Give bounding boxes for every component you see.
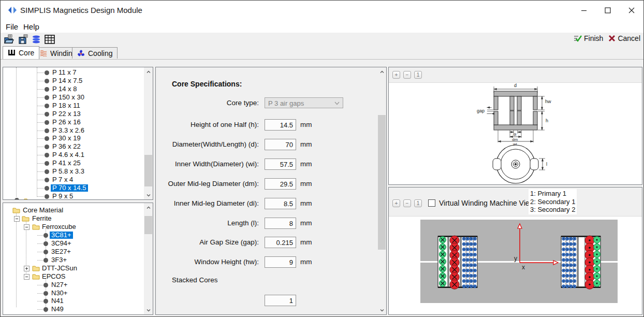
tree-item[interactable]: P 22 x 13 [3, 110, 153, 118]
scroll-down-button[interactable] [144, 306, 153, 314]
layers-icon[interactable] [31, 34, 42, 45]
spec-field-input[interactable]: 57.5 [265, 159, 296, 170]
tree-item[interactable]: Ferrite [3, 214, 153, 223]
specs-scrollbar[interactable] [377, 67, 386, 314]
folder-icon [32, 223, 40, 230]
spec-field-unit: mm [300, 258, 312, 266]
tree-item[interactable]: 3F3+ [3, 256, 153, 264]
spec-field-input[interactable]: 70 [265, 139, 296, 150]
cancel-button[interactable]: Cancel [608, 34, 640, 42]
tab-core[interactable]: Core [3, 46, 39, 59]
scroll-thumb[interactable] [378, 115, 386, 250]
svg-text:h: h [546, 118, 548, 123]
tree-item[interactable]: P 14 x 7.5 [3, 77, 153, 85]
spec-field-input[interactable]: 9 [265, 256, 296, 268]
tree-item[interactable]: N41 [3, 297, 153, 305]
tree-connector [37, 188, 44, 189]
core-specifications-heading: Core Specifications: [172, 80, 242, 88]
stacked-cores-input[interactable]: 1 [265, 295, 296, 306]
spec-field-input[interactable]: 14.5 [265, 119, 296, 131]
core-specifications-panel: Core Specifications: Core type: P 3 air … [155, 67, 387, 315]
tree-connector [37, 260, 43, 261]
open-icon[interactable] [4, 34, 15, 45]
bullet-icon [43, 307, 48, 312]
scroll-up-button[interactable] [144, 203, 153, 212]
spec-field-unit: mm [300, 121, 312, 128]
tree-item[interactable]: P 41 x 25 [3, 159, 153, 167]
zoom-in-button[interactable]: + [392, 71, 400, 79]
scroll-thumb[interactable] [144, 155, 152, 186]
tree-connector [37, 73, 44, 73]
tree-item[interactable]: P 18 x 11 [3, 102, 153, 110]
svg-text:hw: hw [545, 99, 551, 104]
tree-connector [37, 196, 44, 197]
core-size-scrollbar[interactable] [144, 67, 153, 199]
tree-item[interactable]: 3E27+ [3, 248, 153, 256]
spec-field-row: Diameter(Width/Length) (d):70mm [156, 139, 386, 150]
tree-item[interactable]: 3C81+ [3, 231, 153, 239]
spec-field-unit: mm [300, 238, 312, 246]
bullet-icon [45, 79, 49, 83]
spec-field-input[interactable]: 8 [265, 218, 296, 229]
tree-item[interactable]: P 36 x 22 [3, 142, 153, 151]
tree-item-label: N41 [50, 297, 65, 305]
tree-item[interactable]: P 5.8 x 3.3 [3, 167, 153, 176]
expander-toggle[interactable] [14, 216, 20, 222]
close-button[interactable] [620, 1, 643, 20]
tab-cooling[interactable]: Cooling [72, 47, 118, 59]
core-material-tree-panel: Core MaterialFerriteFerroxcube3C81+3C94+… [3, 203, 153, 315]
bullet-icon [45, 186, 49, 191]
tree-item[interactable]: P 4.6 x 4.1 [3, 151, 153, 159]
menu-file[interactable]: File [3, 21, 21, 32]
tree-item[interactable]: 3C94+ [3, 239, 153, 248]
menu-help[interactable]: Help [20, 21, 42, 32]
core-material-scrollbar[interactable] [144, 203, 153, 314]
spec-field-label: Height of one Half (h): [160, 121, 259, 128]
virtual-winding-checkbox[interactable] [428, 199, 435, 207]
tree-item[interactable]: N49 [3, 305, 153, 313]
tree-item[interactable]: P 7 x 4 [3, 176, 153, 184]
tree-item[interactable]: P 26 x 16 [3, 118, 153, 126]
core-type-row: Core type: P 3 air gaps [156, 97, 386, 109]
tree-item[interactable]: EPCOS [3, 272, 153, 281]
expander-toggle[interactable] [24, 274, 30, 280]
folder-icon [22, 215, 30, 222]
zoom-reset-button[interactable]: 1 [414, 71, 422, 79]
tree-item[interactable]: P 150 x 30 [3, 93, 153, 102]
tree-item[interactable]: P 11 x 7 [3, 68, 153, 77]
spec-field-input[interactable]: 0.215 [265, 237, 296, 248]
tree-item[interactable]: DTT-JCSun [3, 264, 153, 272]
tree-item[interactable]: P 30 x 19 [3, 134, 153, 142]
spec-field-input[interactable]: 29.5 [265, 178, 296, 190]
zoom-out-button[interactable]: − [403, 71, 411, 79]
zoom-reset-button[interactable]: 1 [414, 199, 422, 207]
minimize-button[interactable] [572, 1, 596, 20]
tree-item[interactable]: P 3.3 x 2.6 [3, 126, 153, 135]
scroll-up-button[interactable] [144, 67, 153, 76]
zoom-out-button[interactable]: − [403, 199, 411, 207]
expander-toggle[interactable] [24, 266, 30, 271]
tab-core-label: Core [19, 49, 34, 57]
spec-field-input[interactable]: 8.5 [265, 198, 296, 209]
tree-item[interactable]: N27+ [3, 281, 153, 289]
tree-item[interactable]: P 70 x 14.5 [3, 184, 153, 192]
finish-label: Finish [584, 34, 603, 42]
tree-item[interactable]: Ferroxcube [3, 223, 153, 231]
tree-item[interactable]: P 14 x 8 [3, 85, 153, 93]
save-icon[interactable] [18, 34, 29, 45]
finish-button[interactable]: Finish [574, 34, 603, 42]
table-icon[interactable] [44, 34, 55, 45]
scroll-up-button[interactable] [377, 67, 386, 76]
stacked-cores-row: Stacked Cores [156, 275, 386, 286]
scroll-down-button[interactable] [377, 306, 386, 314]
bullet-icon [45, 70, 49, 75]
tree-item-label: 3E27+ [50, 248, 72, 255]
scroll-down-button[interactable] [144, 191, 153, 199]
tree-item[interactable]: Core Material [3, 206, 153, 214]
maximize-button[interactable] [596, 1, 620, 20]
tree-item[interactable]: N30+ [3, 289, 153, 297]
core-type-select[interactable]: P 3 air gaps [265, 97, 343, 108]
zoom-in-button[interactable]: + [392, 199, 400, 207]
scroll-thumb[interactable] [144, 216, 152, 234]
expander-toggle[interactable] [24, 224, 30, 230]
